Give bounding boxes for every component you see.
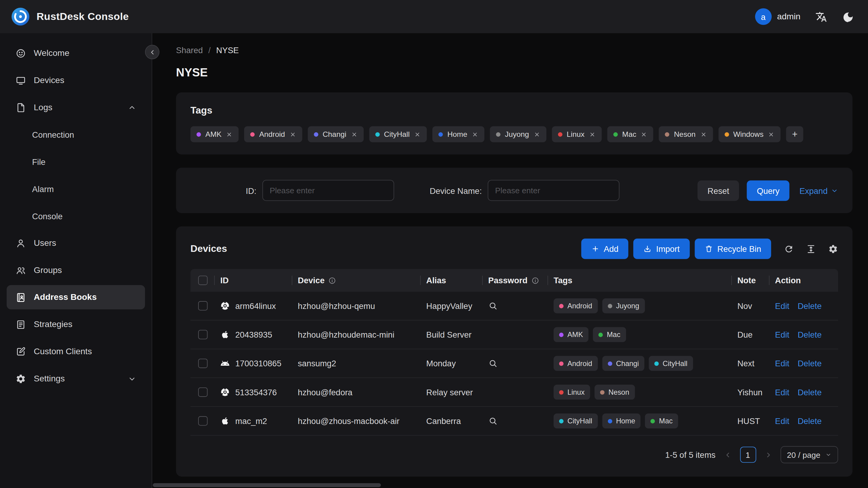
sidebar-item-custom-clients[interactable]: Custom Clients <box>7 339 145 364</box>
device-alias: HappyValley <box>426 301 472 310</box>
tag-chip-juyong: Juyong <box>602 298 645 313</box>
delete-link[interactable]: Delete <box>798 388 822 397</box>
user-icon <box>16 238 26 248</box>
password-search-icon[interactable] <box>488 359 498 368</box>
sidebar-subitem-file[interactable]: File <box>7 150 145 174</box>
device-id: mac_m2 <box>235 416 267 426</box>
sidebar-item-logs[interactable]: Logs <box>7 95 145 120</box>
device-id: 20438935 <box>235 330 272 339</box>
translate-icon[interactable] <box>815 11 827 22</box>
import-button[interactable]: Import <box>633 239 689 259</box>
delete-link[interactable]: Delete <box>798 416 822 426</box>
add-button[interactable]: Add <box>581 239 628 259</box>
sidebar-item-strategies[interactable]: Strategies <box>7 312 145 337</box>
column-height-icon[interactable] <box>806 244 816 254</box>
tags-card: Tags AMK Android Changi CityHall Home Ju… <box>176 92 852 154</box>
sidebar-subitem-console[interactable]: Console <box>7 204 145 228</box>
tag-remove-icon[interactable] <box>768 131 775 138</box>
avatar: a <box>755 8 772 25</box>
cell-note: Due <box>732 321 770 348</box>
reset-button[interactable]: Reset <box>698 180 739 201</box>
edit-link[interactable]: Edit <box>775 388 789 397</box>
sidebar-item-groups[interactable]: Groups <box>7 258 145 282</box>
tag-remove-icon[interactable] <box>589 131 596 138</box>
cell-device: hzhou@hzhoudemac-mini <box>292 321 421 348</box>
sidebar-item-settings[interactable]: Settings <box>7 366 145 391</box>
tag-chip-windows: Windows <box>718 126 781 142</box>
password-search-icon[interactable] <box>488 301 498 310</box>
tag-remove-icon[interactable] <box>351 131 357 138</box>
edit-link[interactable]: Edit <box>775 330 789 339</box>
ubuntu-icon <box>220 301 229 310</box>
user-menu[interactable]: a admin <box>755 8 801 25</box>
tag-chip-changi: Changi <box>602 356 645 371</box>
sidebar-item-welcome[interactable]: Welcome <box>7 41 145 65</box>
select-all-checkbox[interactable] <box>198 276 207 285</box>
tags-list: AMK Android Changi CityHall Home Juyong … <box>191 126 838 142</box>
query-button[interactable]: Query <box>747 180 789 201</box>
cell-actions: Edit Delete <box>770 321 838 348</box>
tag-remove-icon[interactable] <box>414 131 421 138</box>
sidebar-subitem-connection[interactable]: Connection <box>7 122 145 147</box>
tag-color-dot <box>196 132 201 136</box>
horizontal-scrollbar-thumb[interactable] <box>153 483 381 487</box>
add-button-label: Add <box>604 244 619 253</box>
sidebar-subitem-alarm[interactable]: Alarm <box>7 177 145 201</box>
sidebar-collapse-button[interactable] <box>145 45 159 59</box>
recycle-bin-button[interactable]: Recycle Bin <box>695 239 771 259</box>
tag-remove-icon[interactable] <box>700 131 707 138</box>
page-size-select[interactable]: 20 / page <box>780 446 838 463</box>
delete-link[interactable]: Delete <box>798 359 822 368</box>
row-checkbox[interactable] <box>198 416 207 426</box>
row-checkbox[interactable] <box>198 330 207 339</box>
moon-icon[interactable] <box>842 11 854 22</box>
tag-remove-icon[interactable] <box>533 131 540 138</box>
delete-link[interactable]: Delete <box>798 330 822 339</box>
edit-link[interactable]: Edit <box>775 359 789 368</box>
tag-remove-icon[interactable] <box>641 131 648 138</box>
info-icon[interactable] <box>531 277 539 284</box>
row-checkbox[interactable] <box>198 301 207 310</box>
tag-remove-icon[interactable] <box>226 131 232 138</box>
breadcrumb-shared[interactable]: Shared <box>176 45 203 55</box>
tag-chip-amk: AMK <box>191 126 239 142</box>
table-settings-icon[interactable] <box>828 244 838 254</box>
pagination-page-1[interactable]: 1 <box>740 447 756 463</box>
sidebar-item-address-books[interactable]: Address Books <box>7 285 145 309</box>
tag-color-dot <box>724 132 729 136</box>
pagination-next-icon[interactable] <box>764 451 772 459</box>
edit-link[interactable]: Edit <box>775 416 789 426</box>
breadcrumb-separator: / <box>208 45 211 55</box>
row-checkbox[interactable] <box>198 388 207 397</box>
sidebar-item-users[interactable]: Users <box>7 231 145 255</box>
cell-device: hzhou@hzhou-qemu <box>292 292 421 320</box>
add-tag-button[interactable]: + <box>786 126 803 142</box>
main-content: Shared / NYSE NYSE Tags AMK Android Chan… <box>152 33 868 488</box>
tag-chip-android: Android <box>554 298 598 313</box>
tag-label: Mac <box>659 417 673 425</box>
edit-link[interactable]: Edit <box>775 301 789 310</box>
pagination-prev-icon[interactable] <box>724 451 732 459</box>
expand-link[interactable]: Expand <box>800 186 838 195</box>
tag-label: AMK <box>205 130 222 138</box>
tag-remove-icon[interactable] <box>289 131 296 138</box>
tag-chip-mac: Mac <box>645 414 678 428</box>
password-search-icon[interactable] <box>488 416 498 426</box>
delete-link[interactable]: Delete <box>798 301 822 310</box>
device-name-input[interactable] <box>488 180 619 201</box>
tag-color-dot <box>438 132 443 136</box>
app-title: RustDesk Console <box>36 10 129 23</box>
cell-alias: Relay server <box>421 378 483 406</box>
cell-tags: Android Changi CityHall <box>548 349 732 377</box>
tag-color-dot <box>608 304 612 308</box>
tag-color-dot <box>608 361 612 366</box>
refresh-icon[interactable] <box>784 244 794 254</box>
sidebar-item-label: Groups <box>34 265 62 275</box>
tag-remove-icon[interactable] <box>472 131 478 138</box>
id-input[interactable] <box>262 180 394 201</box>
sidebar-item-devices[interactable]: Devices <box>7 68 145 92</box>
info-icon[interactable] <box>329 277 336 284</box>
row-checkbox[interactable] <box>198 359 207 368</box>
breadcrumb: Shared / NYSE <box>176 45 852 55</box>
group-icon <box>16 265 26 275</box>
